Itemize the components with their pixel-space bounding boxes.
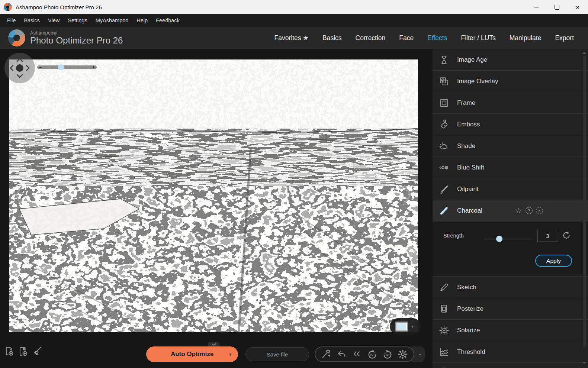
- favorite-star-icon[interactable]: ☆: [515, 206, 522, 215]
- strength-slider-track[interactable]: [484, 239, 533, 239]
- tools-toolbar: 90° 90°: [315, 346, 414, 362]
- strength-slider-thumb[interactable]: [496, 236, 502, 242]
- view-mode-dropdown-icon[interactable]: ▾: [411, 324, 414, 329]
- effect-label: Solarize: [457, 327, 480, 334]
- pan-arrows-icon: [4, 53, 35, 83]
- effect-item-shade[interactable]: Shade: [433, 135, 588, 156]
- undo-all-button[interactable]: [351, 349, 362, 360]
- menu-feedback[interactable]: Feedback: [152, 15, 184, 26]
- charcoal-preview-image: [9, 59, 418, 332]
- effect-item-blue-shift[interactable]: Blue Shift: [433, 156, 588, 178]
- auto-optimize-button[interactable]: Auto Optimize ▾: [146, 346, 238, 362]
- fullscreen-button[interactable]: [370, 321, 383, 333]
- effect-item-emboss[interactable]: Emboss: [433, 113, 588, 135]
- strength-label: Strength: [443, 233, 464, 239]
- poster-icon: [439, 304, 449, 314]
- maximize-icon: [555, 5, 559, 10]
- add-file-button[interactable]: [4, 346, 15, 357]
- undo-button[interactable]: [336, 349, 347, 360]
- effect-item-solarize[interactable]: Solarize: [433, 319, 588, 341]
- scrollbar-up-icon[interactable]: [582, 52, 586, 54]
- title-bar: Ashampoo Photo Optimizer Pro 26 ×: [0, 0, 588, 14]
- window-title: Ashampoo Photo Optimizer Pro 26: [16, 4, 102, 10]
- effect-label: Charcoal: [457, 207, 482, 214]
- charcoal-stick-icon: [439, 206, 449, 216]
- minimize-button[interactable]: [526, 0, 546, 14]
- effect-label: Shade: [457, 142, 475, 150]
- auto-optimize-label: Auto Optimize: [171, 351, 213, 358]
- apply-button[interactable]: Apply: [535, 255, 572, 267]
- tab-basics[interactable]: Basics: [322, 34, 342, 42]
- maximize-button[interactable]: [546, 0, 567, 14]
- next-image-button[interactable]: [402, 184, 413, 205]
- chevron-right-icon: [405, 186, 411, 204]
- pan-control[interactable]: [4, 53, 35, 83]
- tab-favorites[interactable]: Favorites ★: [274, 34, 309, 42]
- cleanup-broom-button[interactable]: [31, 346, 42, 357]
- brand-block: Ashampoo® Photo Optimizer Pro 26: [30, 30, 123, 46]
- tab-filter-luts[interactable]: Filter / LUTs: [461, 34, 495, 42]
- pencil-icon: [439, 282, 449, 293]
- tab-effects[interactable]: Effects: [427, 34, 447, 42]
- effect-item-oilpaint[interactable]: Oilpaint: [433, 178, 588, 200]
- tab-face[interactable]: Face: [399, 34, 414, 42]
- sun-badge-icon: [439, 325, 449, 336]
- effect-item-image-overlay[interactable]: Image Overlay: [433, 70, 588, 92]
- effect-item-frame[interactable]: Frame: [433, 92, 588, 113]
- zoom-in-icon[interactable]: +: [92, 65, 95, 70]
- rotate-left-button[interactable]: 90°: [367, 349, 378, 360]
- view-mode-icon[interactable]: [395, 322, 408, 332]
- file-actions: [4, 346, 42, 357]
- menu-basics[interactable]: Basics: [20, 15, 44, 26]
- strength-value-input[interactable]: 3: [537, 230, 558, 242]
- zoom-thumb[interactable]: [58, 64, 64, 70]
- menu-file[interactable]: File: [3, 15, 20, 26]
- header: Ashampoo® Photo Optimizer Pro 26 Favorit…: [0, 27, 588, 49]
- menu-settings[interactable]: Settings: [64, 15, 91, 26]
- window-controls: ×: [526, 0, 588, 14]
- circles-icon: [439, 162, 449, 173]
- compare-view-control[interactable]: ▾: [390, 318, 421, 335]
- help-icon[interactable]: ?: [526, 207, 533, 214]
- menu-bar: File Basics View Settings MyAshampoo Hel…: [0, 14, 588, 27]
- zoom-slider[interactable]: − +: [37, 64, 97, 71]
- brand-product: Photo Optimizer Pro 26: [30, 36, 123, 45]
- zoom-out-icon[interactable]: −: [39, 65, 42, 70]
- stamp-icon: [439, 119, 449, 130]
- effect-label: Oilpaint: [457, 185, 479, 193]
- effect-item-posterize[interactable]: Posterize: [433, 298, 588, 319]
- zoom-track[interactable]: − +: [37, 65, 97, 69]
- settings-gear-button[interactable]: [397, 349, 408, 360]
- auto-optimize-dropdown-icon[interactable]: ▾: [229, 352, 231, 357]
- tab-correction[interactable]: Correction: [356, 34, 386, 42]
- scrollbar-down-icon[interactable]: [582, 362, 586, 364]
- effect-row-actions: ☆ ? ×: [515, 206, 543, 215]
- close-button[interactable]: ×: [567, 0, 588, 14]
- effect-item-sketch[interactable]: Sketch: [433, 276, 588, 298]
- auto-fix-wand-button[interactable]: [321, 349, 332, 360]
- remove-effect-icon[interactable]: ×: [536, 207, 543, 214]
- menu-myashampoo[interactable]: MyAshampoo: [91, 15, 133, 26]
- effect-item-threshold[interactable]: Threshold: [433, 341, 588, 362]
- menu-help[interactable]: Help: [132, 15, 152, 26]
- effect-item-charcoal[interactable]: Charcoal ☆ ? ×: [433, 200, 588, 221]
- menu-view[interactable]: View: [44, 15, 64, 26]
- frame-icon: [439, 98, 449, 108]
- tab-manipulate[interactable]: Manipulate: [510, 34, 542, 42]
- tab-export[interactable]: Export: [555, 34, 574, 42]
- strength-reset-button[interactable]: [562, 231, 571, 240]
- effect-item-partial[interactable]: [433, 362, 588, 368]
- effect-item-image-age[interactable]: Image Age: [433, 49, 588, 70]
- partial-effect-icon: [439, 366, 449, 368]
- chevron-left-icon: [16, 187, 22, 204]
- save-file-button[interactable]: Save file: [245, 347, 309, 361]
- image-overlay-icon: [439, 76, 449, 87]
- add-file-version-button[interactable]: [17, 346, 29, 357]
- svg-text:90°: 90°: [370, 353, 374, 356]
- close-icon: ×: [575, 4, 579, 11]
- effect-label: Image Age: [457, 56, 487, 64]
- previous-image-button[interactable]: [13, 185, 24, 206]
- scrollbar-thumb[interactable]: [583, 56, 586, 348]
- effect-label: Sketch: [457, 284, 476, 291]
- rotate-right-button[interactable]: 90°: [382, 349, 393, 360]
